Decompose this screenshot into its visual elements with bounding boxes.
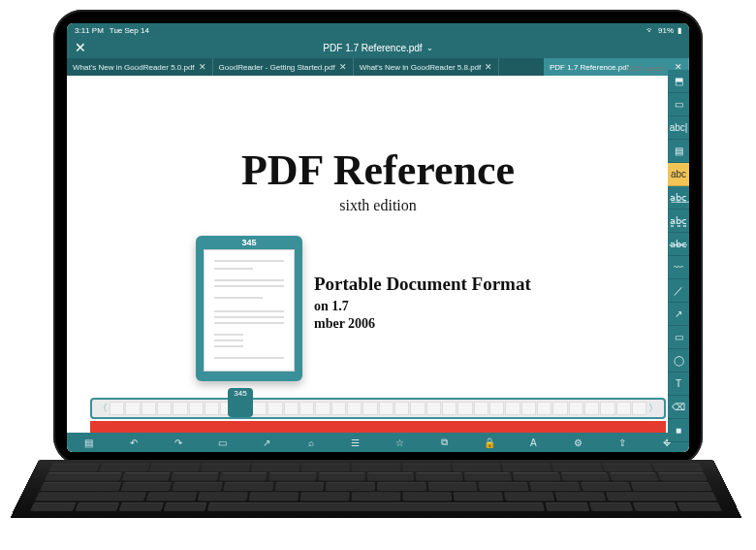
screen: 3:11 PM Tue Sep 14 ᯤ 91% ▮ ✕ PDF 1.7 Ref… [67,23,689,452]
close-icon[interactable]: ✕ [199,62,206,72]
bmk-icon[interactable]: ☆ [392,436,409,449]
fwd-icon[interactable]: ↷ [170,436,187,449]
battery-icon: ▮ [677,26,681,35]
strike-icon[interactable]: a̶b̶c̶ [668,233,689,256]
doc-heading: PDF Reference [67,146,689,195]
thumbnail-strip[interactable] [110,402,646,415]
lock-icon[interactable]: 🔒 [481,436,498,449]
preview-page-number: 345 [241,236,256,249]
arrow-icon[interactable]: ↗ [668,303,689,326]
tab-label: What's New in GoodReader 5.0.pdf [73,63,195,72]
status-date: Tue Sep 14 [110,26,149,35]
status-bar: 3:11 PM Tue Sep 14 ᯤ 91% ▮ [67,23,689,37]
highlight-icon[interactable]: abc [668,163,689,186]
doc-line: on 1.7 [314,299,531,314]
preview-sheet [204,249,295,372]
text-tool-icon[interactable]: T [668,372,689,396]
ipad-device: 3:11 PM Tue Sep 14 ᯤ 91% ▮ ✕ PDF 1.7 Ref… [53,10,703,466]
bookmark-icon[interactable]: ⬒ [668,70,689,93]
underline-icon[interactable]: a͟b͟c͟ [668,186,689,210]
tab-label: What's New in GoodReader 5.8.pdf [360,63,482,72]
document-body-lower: Portable Document Format on 1.7 mber 200… [314,274,531,332]
doc-title-dropdown[interactable]: PDF 1.7 Reference.pdf ⌄ [323,43,432,53]
close-button[interactable]: ✕ [67,37,94,58]
stop-icon[interactable]: ■ [668,419,689,442]
tab-label: PDF 1.7 Reference.pdf [550,63,629,72]
back-icon[interactable]: ↶ [125,436,142,449]
battery-pct: 91% [658,26,674,35]
tab-item[interactable]: What's New in GoodReader 5.0.pdf ✕ [67,58,213,76]
draw-icon[interactable]: 〰 [668,256,689,279]
total-pages-label: 1310 pages [625,64,666,73]
text-icon[interactable]: A [524,436,542,449]
text-insert-icon[interactable]: abc| [668,116,689,140]
menu-icon[interactable]: ▤ [80,436,98,449]
share-icon[interactable]: ⇪ [614,436,631,449]
close-icon[interactable]: ✕ [339,62,347,72]
note-icon[interactable]: ▭ [668,93,689,116]
doc-subheading: sixth edition [67,197,689,214]
page-preview-popup[interactable]: 345 [196,236,302,381]
line-icon[interactable]: ／ [668,279,689,303]
outline-icon[interactable]: ☰ [347,436,364,449]
app-header: ✕ PDF 1.7 Reference.pdf ⌄ [67,37,689,58]
doc-title-text: PDF 1.7 Reference.pdf [323,43,422,53]
rect-icon[interactable]: ▭ [668,326,689,349]
page-icon[interactable]: ▭ [213,436,231,449]
nav-prev-icon[interactable]: 〈 [96,402,110,415]
document-viewport[interactable]: PDF Reference sixth edition Portable Doc… [67,76,689,452]
squiggle-icon[interactable]: a̰b̰c̰ [668,210,689,233]
page-scrubber-handle[interactable]: 345 [228,388,253,417]
tab-item[interactable]: What's New in GoodReader 5.8.pdf ✕ [354,58,500,76]
tab-label: GoodReader - Getting Started.pdf [219,63,335,72]
search-icon[interactable]: ⌕ [302,436,320,449]
scrubber-page: 345 [234,389,246,398]
comment-icon[interactable]: ▤ [668,140,689,163]
nav-next-icon[interactable]: 〉 [646,402,660,415]
erase-icon[interactable]: ⌫ [668,396,689,419]
page-navigator[interactable]: 〈 〉 345 [90,398,666,419]
go-icon[interactable]: ↗ [258,436,275,449]
highlight-bar [90,421,666,433]
doc-line: Portable Document Format [314,274,531,295]
annotation-toolbar: ⬒▭abc|▤abca͟b͟c͟a̰b̰c̰a̶b̶c̶〰／↗▭◯T⌫■ [668,70,689,442]
bottom-toolbar: ▤↶↷▭↗⌕☰☆⧉🔒A⚙⇪✥ [67,433,689,452]
doc-line: mber 2006 [314,316,531,332]
chevron-down-icon: ⌄ [426,44,433,52]
status-time: 3:11 PM [75,26,104,35]
document-body: PDF Reference sixth edition [67,146,689,214]
tab-bar: What's New in GoodReader 5.0.pdf ✕ GoodR… [67,58,689,76]
close-icon[interactable]: ✕ [485,62,492,72]
oval-icon[interactable]: ◯ [668,349,689,372]
settings-icon[interactable]: ⚙ [569,436,586,449]
crop-icon[interactable]: ⧉ [436,436,454,449]
keyboard [10,460,742,518]
wifi-icon: ᯤ [646,26,654,35]
tab-item[interactable]: GoodReader - Getting Started.pdf ✕ [213,58,354,76]
